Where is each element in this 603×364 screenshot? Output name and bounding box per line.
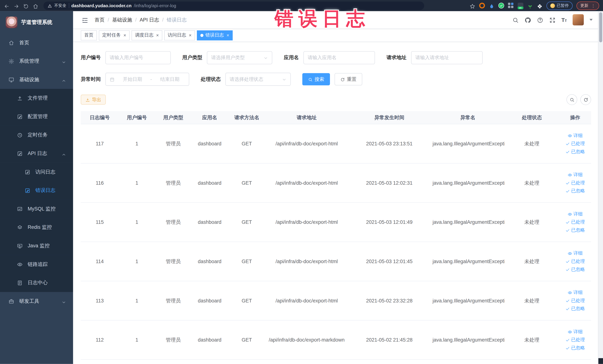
ignored-link[interactable]: 已忽略 [565, 227, 585, 234]
sidebar-item-mysql-monitor[interactable]: MySQL 监控 [0, 200, 73, 218]
sidebar-item-file-mgmt[interactable]: 文件管理 [0, 89, 73, 107]
table-row: 1171管理员dashboardGET/api/infra/db-doc/exp… [81, 124, 591, 164]
action-label: 已忽略 [571, 149, 585, 155]
ignored-link[interactable]: 已忽略 [565, 345, 585, 351]
tag-item[interactable]: 调度日志× [132, 30, 162, 40]
bookmark-star-icon[interactable] [469, 3, 475, 9]
sidebar-item-redis-monitor[interactable]: Redis 监控 [0, 218, 73, 237]
processed-link[interactable]: 已处理 [565, 297, 585, 304]
column-header: 应用名 [191, 114, 228, 121]
processed-link[interactable]: 已处理 [565, 180, 585, 186]
sidebar-item-scheduled-tasks[interactable]: 定时任务 [0, 126, 73, 144]
sidebar-item-dev-tools[interactable]: 研发工具 [0, 292, 73, 311]
app-name-input[interactable] [308, 55, 371, 60]
extension-green-check-icon[interactable] [498, 3, 504, 9]
column-header: 操作 [559, 114, 591, 121]
process-status-select[interactable]: 请选择处理状态 [225, 73, 291, 86]
scrollbar-thumb[interactable] [599, 12, 602, 42]
search-icon[interactable] [512, 16, 519, 23]
sidebar-item-java-monitor[interactable]: Java 监控 [0, 237, 73, 255]
close-icon[interactable]: × [189, 33, 192, 37]
ignored-link[interactable]: 已忽略 [565, 266, 585, 273]
sidebar-item-error-log[interactable]: 错误日志 [0, 181, 73, 200]
processed-link[interactable]: 已处理 [565, 140, 585, 147]
ignored-link[interactable]: 已忽略 [565, 149, 585, 155]
extension-grid-icon[interactable] [508, 3, 514, 9]
detail-link[interactable]: 详细 [568, 329, 583, 335]
date-range-picker[interactable]: 开始日期 - 结束日期 [105, 73, 189, 86]
action-label: 已处理 [571, 219, 585, 225]
cell-exception: java.lang.IllegalArgumentException [431, 298, 505, 304]
processed-link[interactable]: 已处理 [565, 219, 585, 225]
detail-link[interactable]: 详细 [568, 211, 583, 217]
download-icon [85, 97, 90, 102]
user-id-input[interactable] [110, 55, 166, 60]
refresh-table-button[interactable] [580, 94, 591, 105]
sidebar-item-log-center[interactable]: 日志中心 [0, 273, 73, 292]
github-icon[interactable] [525, 16, 531, 23]
extension-pinwheel-icon[interactable] [537, 3, 542, 9]
page-scrollbar[interactable] [598, 11, 603, 364]
close-icon[interactable]: × [123, 33, 126, 37]
sidebar-item-api-log[interactable]: API 日志 [0, 144, 73, 163]
search-icon [308, 77, 313, 82]
user-type-select[interactable]: 请选择用户类型 [207, 51, 272, 64]
ignored-link[interactable]: 已忽略 [565, 188, 585, 194]
fullscreen-icon[interactable] [549, 16, 556, 23]
app-logo-row[interactable]: 芋道管理系统 [0, 11, 73, 33]
tag-item[interactable]: 定时任务× [99, 30, 129, 40]
breadcrumb-item[interactable]: API 日志 [140, 16, 159, 23]
chevron-down-icon[interactable] [590, 19, 593, 21]
processed-link[interactable]: 已处理 [565, 337, 585, 343]
detail-link[interactable]: 详细 [568, 289, 583, 296]
cell-status: 未处理 [505, 336, 559, 343]
reset-button[interactable]: 重置 [335, 73, 362, 85]
sidebar-item-system-mgmt[interactable]: 系统管理 [0, 52, 73, 70]
ignored-link[interactable]: 已忽略 [565, 305, 585, 312]
sidebar-item-infrastructure[interactable]: 基础设施 [0, 70, 73, 89]
back-icon[interactable] [4, 2, 10, 9]
sidebar-item-config-mgmt[interactable]: 配置管理 [0, 107, 73, 126]
export-button[interactable]: 导出 [81, 94, 106, 105]
update-button[interactable]: 更新 ⋮ [577, 1, 599, 10]
breadcrumb-item[interactable]: 基础设施 [112, 16, 132, 23]
cell-user-id: 1 [119, 258, 155, 264]
sidebar-item-tracing[interactable]: 链路追踪 [0, 255, 73, 273]
detail-link[interactable]: 详细 [568, 250, 583, 257]
forward-icon[interactable] [13, 2, 20, 9]
tag-active[interactable]: 错误日志× [197, 30, 233, 40]
cell-actions: 详细已处理已忽略 [559, 211, 591, 234]
search-button[interactable]: 搜索 [302, 73, 330, 85]
sidebar-fold-icon[interactable] [81, 17, 88, 23]
extension-sprout-icon[interactable] [527, 3, 533, 9]
tag-label: 错误日志 [205, 32, 224, 38]
home-icon[interactable] [33, 2, 39, 9]
user-avatar[interactable] [573, 14, 584, 25]
cell-app: dashboard [191, 298, 228, 304]
browser-menu-icon[interactable]: ⋮ [591, 4, 595, 8]
paused-chip[interactable]: 已暂停 [546, 1, 573, 10]
reload-icon[interactable] [23, 2, 29, 9]
cell-actions: 详细已处理已忽略 [559, 329, 591, 351]
action-label: 详细 [573, 329, 583, 335]
extension-on-badge-icon[interactable]: on [517, 3, 523, 9]
request-url-input[interactable] [415, 55, 478, 60]
detail-link[interactable]: 详细 [568, 132, 583, 139]
detail-link[interactable]: 详细 [568, 172, 583, 178]
font-size-icon[interactable]: TT [561, 17, 567, 23]
sidebar-item-label: 访问日志 [35, 169, 73, 176]
tag-item[interactable]: 首页 [81, 30, 97, 40]
toggle-search-button[interactable] [567, 94, 577, 105]
close-icon[interactable]: × [227, 33, 229, 37]
processed-link[interactable]: 已处理 [565, 258, 585, 265]
extension-blue-drop-icon[interactable] [489, 3, 494, 9]
cell-exception: java.lang.IllegalArgumentException [431, 219, 505, 225]
sidebar-item-access-log[interactable]: 访问日志 [0, 163, 73, 181]
tag-item[interactable]: 访问日志× [164, 30, 195, 40]
sidebar-item-home[interactable]: 首页 [0, 33, 73, 52]
close-icon[interactable]: × [156, 33, 159, 37]
chevron-down-icon [61, 299, 66, 304]
help-icon[interactable] [537, 16, 543, 23]
breadcrumb-item[interactable]: 首页 [94, 16, 104, 23]
extension-orange-icon[interactable] [479, 3, 485, 9]
